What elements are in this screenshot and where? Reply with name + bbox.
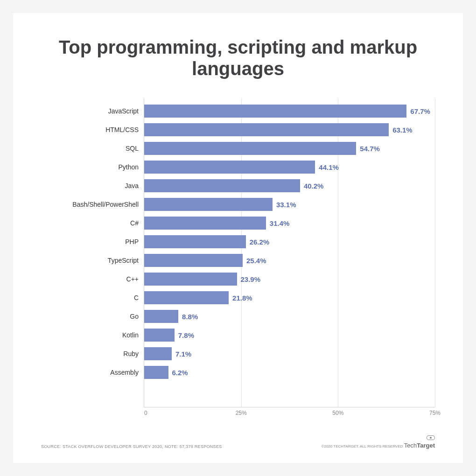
chart-area: JavaScript67.7%HTML/CSS63.1%SQL54.7%Pyth… [41, 98, 435, 426]
bar-row: Java40.2% [144, 176, 435, 195]
x-tick: 50% [332, 410, 343, 416]
bar-value-label: 33.1% [273, 201, 296, 209]
gridline [435, 98, 435, 407]
bar-row: TypeScript25.4% [144, 251, 435, 270]
category-label: Bash/Shell/PowerShell [72, 201, 144, 208]
copyright-block: ©2020 TECHTARGET. ALL RIGHTS RESERVED Te… [322, 435, 435, 449]
category-label: PHP [125, 238, 144, 245]
category-label: Go [130, 313, 144, 320]
chart-footer: SOURCE: STACK OVERFLOW DEVELOPER SURVEY … [41, 435, 435, 449]
bar: 63.1% [144, 123, 389, 136]
category-label: TypeScript [108, 257, 144, 264]
bar: 44.1% [144, 161, 315, 174]
bar: 54.7% [144, 142, 356, 155]
plot-area: JavaScript67.7%HTML/CSS63.1%SQL54.7%Pyth… [144, 98, 435, 407]
chart-title: Top programming, scripting and markup la… [41, 36, 435, 79]
eye-icon [427, 435, 435, 440]
x-tick: 75% [429, 410, 441, 416]
bar-row: HTML/CSS63.1% [144, 120, 435, 139]
category-label: C# [130, 219, 144, 227]
bar-row: Ruby7.1% [144, 344, 435, 363]
bar-value-label: 7.8% [175, 331, 194, 339]
bar-value-label: 6.2% [168, 369, 188, 377]
bar-row: Python44.1% [144, 158, 435, 176]
bar-row: JavaScript67.7% [144, 102, 435, 120]
bar: 26.2% [144, 235, 246, 248]
bar-value-label: 63.1% [389, 126, 413, 134]
bar-value-label: 54.7% [356, 145, 380, 153]
category-label: Python [118, 163, 144, 171]
source-note: SOURCE: STACK OVERFLOW DEVELOPER SURVEY … [41, 444, 222, 449]
bar-row: Assembly6.2% [144, 363, 435, 382]
bar-value-label: 44.1% [315, 163, 339, 171]
bar-row: C#31.4% [144, 214, 435, 232]
bar-value-label: 21.8% [229, 294, 252, 302]
bars-container: JavaScript67.7%HTML/CSS63.1%SQL54.7%Pyth… [144, 98, 435, 385]
bar: 40.2% [144, 179, 300, 192]
bar: 7.8% [144, 329, 175, 342]
bar-value-label: 26.2% [246, 238, 270, 246]
bar-row: C21.8% [144, 288, 435, 307]
category-label: C [134, 294, 144, 301]
category-label: Kotlin [122, 331, 144, 339]
x-tick: 0 [144, 410, 147, 416]
bar: 6.2% [144, 366, 168, 379]
bar-value-label: 40.2% [300, 182, 324, 190]
bar-value-label: 23.9% [237, 275, 261, 283]
bar-value-label: 25.4% [243, 257, 266, 265]
bar-row: Go8.8% [144, 307, 435, 326]
bar: 67.7% [144, 105, 406, 118]
category-label: Ruby [123, 350, 144, 357]
bar-value-label: 7.1% [172, 350, 191, 358]
bar: 33.1% [144, 198, 273, 211]
chart-card: Top programming, scripting and markup la… [13, 13, 463, 463]
category-label: JavaScript [108, 107, 144, 115]
x-tick: 25% [236, 410, 247, 416]
bar-row: Bash/Shell/PowerShell33.1% [144, 195, 435, 214]
bar: 23.9% [144, 273, 237, 286]
category-label: Assembly [110, 369, 144, 376]
bar-row: PHP26.2% [144, 232, 435, 251]
copyright-text: ©2020 TECHTARGET. ALL RIGHTS RESERVED [322, 444, 403, 448]
x-axis-ticks: 025%50%75% [144, 407, 435, 421]
category-label: HTML/CSS [105, 126, 144, 133]
bar: 25.4% [144, 254, 243, 267]
bar-value-label: 31.4% [266, 219, 290, 227]
techtarget-logo: TechTarget [404, 442, 435, 449]
bar: 7.1% [144, 347, 172, 360]
category-label: Java [125, 182, 144, 189]
bar-value-label: 67.7% [406, 107, 430, 115]
bar-row: C++23.9% [144, 270, 435, 288]
category-label: SQL [126, 145, 144, 152]
bar-row: SQL54.7% [144, 139, 435, 158]
bar-value-label: 8.8% [178, 313, 198, 321]
bar-row: Kotlin7.8% [144, 326, 435, 344]
category-label: C++ [126, 275, 144, 283]
bar: 21.8% [144, 291, 229, 304]
bar: 31.4% [144, 217, 266, 230]
bar: 8.8% [144, 310, 178, 323]
